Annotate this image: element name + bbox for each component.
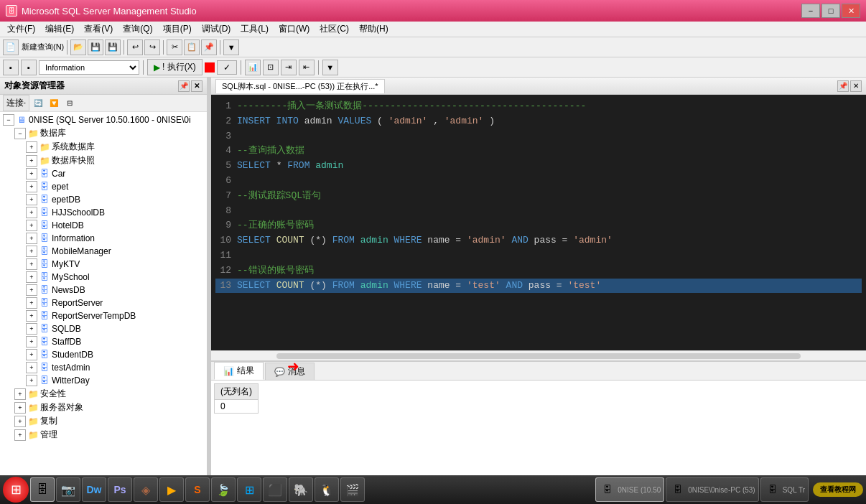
rstempdb-expand-icon[interactable]: + [26, 310, 37, 322]
copy-btn[interactable]: 📋 [184, 39, 200, 55]
taskbar-ssms[interactable]: 🗄 [30, 477, 55, 502]
tree-db-epet[interactable]: + 🗄 epet [0, 180, 207, 193]
collapse-btn[interactable]: ⊟ [62, 97, 77, 110]
tree-replication-folder[interactable]: + 📁 复制 [0, 414, 207, 428]
tree-db-snapshot[interactable]: + 📁 数据库快照 [0, 154, 207, 167]
toolbar2-outdent-btn[interactable]: ⇤ [299, 60, 315, 75]
menu-project[interactable]: 项目(P) [159, 22, 196, 37]
taskbar-windows[interactable]: ⊞ [237, 477, 261, 502]
tree-db-reportservertempdb[interactable]: + 🗄 ReportServerTempDB [0, 309, 207, 322]
tree-server-objects-folder[interactable]: + 📁 服务器对象 [0, 401, 207, 414]
tree-db-hjjschool[interactable]: + 🗄 HJJSchoolDB [0, 206, 207, 219]
tree-security-folder[interactable]: + 📁 安全性 [0, 387, 207, 401]
tree-management-folder[interactable]: + 📁 管理 [0, 428, 207, 442]
tree-db-myschool[interactable]: + 🗄 MySchool [0, 271, 207, 284]
hjjschool-expand-icon[interactable]: + [26, 207, 37, 218]
redo-btn[interactable]: ↪ [144, 39, 160, 55]
execute-button[interactable]: ▶ ! 执行(X) [147, 59, 202, 75]
tree-server[interactable]: − 🖥 0NISE (SQL Server 10.50.1600 - 0NISE… [0, 113, 207, 126]
mm-expand-icon[interactable]: + [26, 246, 37, 257]
paste-btn[interactable]: 📌 [201, 39, 217, 55]
tree-db-testadmin[interactable]: + 🗄 testAdmin [0, 361, 207, 374]
server-expand-icon[interactable]: − [3, 114, 14, 126]
sql-editor[interactable]: 1 ---------插入一条测试数据---------------------… [211, 95, 866, 350]
tree-db-reportserver[interactable]: + 🗄 ReportServer [0, 297, 207, 309]
taskbar-camera[interactable]: 📷 [56, 477, 80, 502]
system-db-expand-icon[interactable]: + [26, 141, 37, 153]
toolbar2-btn2[interactable]: ▪ [21, 60, 37, 75]
car-expand-icon[interactable]: + [26, 168, 37, 179]
editor-pin-btn[interactable]: 📌 [837, 80, 849, 92]
parse-button[interactable]: ✓ [217, 60, 237, 75]
menu-debug[interactable]: 调试(D) [197, 22, 236, 37]
stop-button[interactable] [205, 62, 215, 73]
open-btn[interactable]: 📂 [70, 39, 86, 55]
taskbar-running-ssms[interactable]: 🗄 0NISE (10.50 [595, 477, 664, 502]
maximize-button[interactable]: □ [821, 4, 840, 18]
tree-db-witterday[interactable]: + 🗄 WitterDay [0, 374, 207, 387]
tree-db-studentdb[interactable]: + 🗄 StudentDB [0, 348, 207, 361]
taskbar-vs[interactable]: ◈ [134, 477, 158, 502]
new-query-button[interactable]: 📄 [3, 39, 19, 55]
menu-community[interactable]: 社区(C) [315, 22, 353, 37]
menu-query[interactable]: 查询(Q) [118, 22, 157, 37]
toolbar2-results-btn[interactable]: 📊 [245, 60, 261, 75]
start-button[interactable]: ⊞ [3, 477, 29, 503]
staffdb-expand-icon[interactable]: + [26, 336, 37, 347]
hoteldb-expand-icon[interactable]: + [26, 220, 37, 231]
panel-close-btn[interactable]: ✕ [191, 80, 202, 92]
taskbar-leaf[interactable]: 🍃 [211, 477, 236, 502]
security-expand-icon[interactable]: + [14, 388, 26, 400]
minimize-button[interactable]: − [801, 4, 820, 18]
toolbar2-toggle-btn[interactable]: ⊡ [263, 60, 279, 75]
tree-db-epetdb[interactable]: + 🗄 epetDB [0, 193, 207, 206]
tree-db-hoteldb[interactable]: + 🗄 HotelDB [0, 219, 207, 232]
menu-help[interactable]: 帮助(H) [355, 22, 393, 37]
close-button[interactable]: ✕ [842, 4, 860, 18]
editor-tab-title[interactable]: SQL脚本.sql - 0NISE...-PC (53)) 正在执行...* [215, 79, 385, 93]
more-btn[interactable]: ▼ [223, 39, 239, 55]
taskbar-dw[interactable]: Dw [82, 477, 106, 502]
myktv-expand-icon[interactable]: + [26, 258, 37, 270]
taskbar-run[interactable]: ▶ [159, 477, 184, 502]
epet-expand-icon[interactable]: + [26, 181, 37, 192]
save-all-btn[interactable]: 💾 [105, 39, 121, 55]
tree-databases-folder[interactable]: − 📁 数据库 [0, 126, 207, 140]
taskbar-media[interactable]: 🎬 [340, 477, 365, 502]
menu-edit[interactable]: 编辑(E) [41, 22, 78, 37]
connect-button[interactable]: 连接· [3, 95, 29, 111]
studentdb-expand-icon[interactable]: + [26, 349, 37, 360]
replication-expand-icon[interactable]: + [14, 416, 26, 427]
sqldb-expand-icon[interactable]: + [26, 323, 37, 335]
tree-system-databases[interactable]: + 📁 系统数据库 [0, 140, 207, 154]
toolbar2-btn1[interactable]: ▪ [3, 60, 19, 75]
tree-db-newsdb[interactable]: + 🗄 NewsDB [0, 284, 207, 297]
tree-db-staffdb[interactable]: + 🗄 StaffDB [0, 335, 207, 348]
hscrollbar-thumb[interactable] [276, 353, 801, 359]
filter-btn[interactable]: 🔽 [47, 97, 61, 110]
watermark-badge[interactable]: 查看教程网 [813, 482, 863, 497]
databases-expand-icon[interactable]: − [14, 128, 26, 139]
tree-db-myktv[interactable]: + 🗄 MyKTV [0, 258, 207, 271]
save-btn[interactable]: 💾 [88, 39, 103, 55]
menu-window[interactable]: 窗口(W) [274, 22, 314, 37]
server-objects-expand-icon[interactable]: + [14, 402, 26, 414]
cut-btn[interactable]: ✂ [167, 39, 182, 55]
toolbar2-more-btn[interactable]: ▼ [322, 60, 338, 75]
taskbar-running-ssms2[interactable]: 🗄 0NISE\0nise-PC (53) [666, 477, 758, 502]
menu-view[interactable]: 查看(V) [80, 22, 117, 37]
results-tab[interactable]: 📊 结果 [214, 362, 264, 380]
refresh-btn[interactable]: 🔄 [31, 97, 45, 110]
information-expand-icon[interactable]: + [26, 233, 37, 244]
tree-db-mobilemanager[interactable]: + 🗄 MobileManager [0, 245, 207, 258]
epetdb-expand-icon[interactable]: + [26, 194, 37, 205]
database-selector[interactable]: Information master [39, 60, 139, 75]
undo-btn[interactable]: ↩ [127, 39, 143, 55]
menu-tools[interactable]: 工具(L) [236, 22, 273, 37]
editor-hscrollbar[interactable] [211, 350, 866, 360]
taskbar-sublime[interactable]: S [185, 477, 210, 502]
taskbar-qq[interactable]: 🐧 [315, 477, 339, 502]
taskbar-running-sql[interactable]: 🗄 SQL Tr [760, 477, 809, 502]
taskbar-terminal[interactable]: ⬛ [263, 477, 287, 502]
tree-db-car[interactable]: + 🗄 Car [0, 167, 207, 180]
